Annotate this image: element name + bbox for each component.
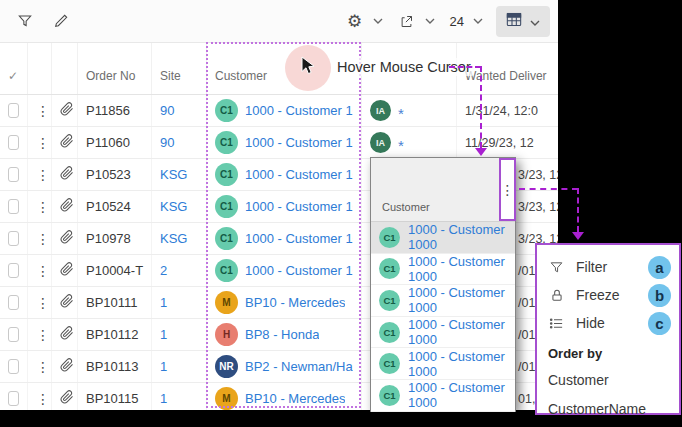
row-checkbox[interactable] — [8, 391, 19, 406]
customer-link[interactable]: BP10 - Mercedes — [245, 391, 345, 406]
order-no-value[interactable]: BP10112 — [86, 327, 139, 342]
attachment-icon[interactable] — [60, 198, 74, 216]
order-no-value[interactable]: BP10113 — [86, 359, 139, 374]
toolbar: ⚙ 24 — [0, 0, 558, 42]
row-menu-kebab-icon[interactable]: ⋮ — [36, 360, 50, 374]
order-no-value[interactable]: P10004-T — [86, 263, 143, 278]
customer-avatar: C1 — [215, 259, 238, 282]
select-all-header[interactable]: ✓ — [0, 43, 28, 94]
header-order-no[interactable]: Order No — [78, 43, 152, 94]
popup-list-item[interactable]: C1 1000 - Customer 1000 — [371, 285, 515, 317]
customer-link[interactable]: BP8 - Honda — [245, 327, 319, 342]
order-no-value[interactable]: P11856 — [86, 103, 130, 118]
attachment-icon[interactable] — [60, 262, 74, 280]
row-checkbox[interactable] — [8, 167, 19, 182]
chevron-down-icon — [530, 12, 540, 30]
row-checkbox[interactable] — [8, 231, 19, 246]
cursor-highlight-circle — [285, 45, 331, 91]
site-link[interactable]: 1 — [160, 391, 167, 406]
customer-link[interactable]: 1000 - Customer 1000 — [408, 285, 507, 315]
customer-link[interactable]: 1000 - Customer 1000 — [245, 135, 353, 150]
site-link[interactable]: KSG — [160, 167, 187, 182]
arrow-down-icon — [475, 148, 487, 156]
export-icon[interactable] — [396, 10, 418, 32]
grid-view-button[interactable] — [496, 6, 550, 37]
chevron-down-icon[interactable] — [473, 18, 483, 24]
row-checkbox[interactable] — [8, 359, 19, 374]
attachment-icon[interactable] — [60, 326, 74, 344]
wanted-delivery-date: /01 — [518, 360, 535, 374]
attachment-icon[interactable] — [60, 358, 74, 376]
customer-link[interactable]: 1000 - Customer 1000 — [245, 167, 353, 182]
row-menu-kebab-icon[interactable]: ⋮ — [36, 200, 50, 214]
row-checkbox[interactable] — [8, 295, 19, 310]
order-no-value[interactable]: P10523 — [86, 167, 131, 182]
customer-link[interactable]: BP2 - Newman/Haas R... — [245, 359, 353, 374]
row-checkbox[interactable] — [8, 199, 19, 214]
site-link[interactable]: KSG — [160, 231, 187, 246]
popup-list-item[interactable]: C1 1000 - Customer 1000 — [371, 380, 515, 412]
site-link[interactable]: 1 — [160, 327, 167, 342]
header-site[interactable]: Site — [152, 43, 207, 94]
site-link[interactable]: 1 — [160, 295, 167, 310]
site-link[interactable]: 90 — [160, 103, 174, 118]
order-no-value[interactable]: P10524 — [86, 199, 131, 214]
customer-link[interactable]: 1000 - Customer 1000 — [245, 103, 353, 118]
popup-list-item[interactable]: C1 1000 - Customer 1000 — [371, 222, 515, 254]
chevron-down-icon[interactable] — [373, 18, 383, 24]
page-size-value[interactable]: 24 — [448, 14, 466, 29]
column-menu-button[interactable]: ⋮ — [499, 158, 516, 221]
site-link[interactable]: 2 — [160, 263, 167, 278]
popup-column-title: Customer — [382, 201, 430, 213]
order-by-option[interactable]: CustomerName — [537, 394, 679, 423]
customer-link[interactable]: 1000 - Customer 1000 — [245, 263, 353, 278]
context-menu-item[interactable]: Freeze b — [537, 281, 679, 309]
settings-icon[interactable]: ⚙ — [344, 10, 366, 32]
row-menu-kebab-icon[interactable]: ⋮ — [36, 264, 50, 278]
popup-list-item[interactable]: C1 1000 - Customer 1000 — [371, 348, 515, 380]
popup-list-item[interactable]: C1 1000 - Customer 1000 — [371, 317, 515, 349]
site-link[interactable]: 1 — [160, 359, 167, 374]
popup-list-item[interactable]: C1 1000 - Customer 1000 — [371, 254, 515, 286]
row-checkbox[interactable] — [8, 135, 19, 150]
row-checkbox[interactable] — [8, 327, 19, 342]
order-by-option[interactable]: Customer — [537, 365, 679, 394]
attachment-icon[interactable] — [60, 134, 74, 152]
customer-link[interactable]: 1000 - Customer 1000 — [408, 254, 507, 284]
customer-avatar: M — [215, 291, 238, 314]
customer-link[interactable]: 1000 - Customer 1000 — [408, 349, 507, 379]
customer-link[interactable]: 1000 - Customer 1000 — [245, 231, 353, 246]
screenshot-canvas: { "toolbar": { "page_size": "24", "icons… — [0, 0, 682, 427]
row-menu-kebab-icon[interactable]: ⋮ — [36, 392, 50, 406]
row-checkbox[interactable] — [8, 263, 19, 278]
attachment-icon[interactable] — [60, 294, 74, 312]
context-menu-item[interactable]: Hide c — [537, 309, 679, 337]
order-no-value[interactable]: BP10115 — [86, 391, 139, 406]
order-no-value[interactable]: P11060 — [86, 135, 130, 150]
attachment-icon[interactable] — [60, 166, 74, 184]
edit-icon[interactable] — [50, 10, 72, 32]
row-menu-kebab-icon[interactable]: ⋮ — [36, 136, 50, 150]
attachment-icon[interactable] — [60, 230, 74, 248]
row-menu-kebab-icon[interactable]: ⋮ — [36, 168, 50, 182]
attachment-icon[interactable] — [60, 102, 74, 120]
order-no-value[interactable]: BP10111 — [86, 295, 138, 310]
customer-link[interactable]: 1000 - Customer 1000 — [408, 380, 507, 410]
ia-avatar: IA — [370, 100, 391, 121]
row-menu-kebab-icon[interactable]: ⋮ — [36, 328, 50, 342]
row-menu-kebab-icon[interactable]: ⋮ — [36, 104, 50, 118]
chevron-down-icon[interactable] — [425, 18, 435, 24]
customer-link[interactable]: 1000 - Customer 1000 — [408, 222, 507, 252]
row-menu-kebab-icon[interactable]: ⋮ — [36, 296, 50, 310]
row-checkbox[interactable] — [8, 103, 19, 118]
customer-link[interactable]: 1000 - Customer 1000 — [408, 317, 507, 347]
order-no-value[interactable]: P10978 — [86, 231, 131, 246]
customer-link[interactable]: BP10 - Mercedes — [245, 295, 345, 310]
attachment-icon[interactable] — [60, 390, 74, 408]
site-link[interactable]: KSG — [160, 199, 187, 214]
customer-link[interactable]: 1000 - Customer 1000 — [245, 199, 353, 214]
row-menu-kebab-icon[interactable]: ⋮ — [36, 232, 50, 246]
site-link[interactable]: 90 — [160, 135, 174, 150]
context-menu-item[interactable]: Filter a — [537, 253, 679, 281]
filter-icon[interactable] — [14, 10, 36, 32]
